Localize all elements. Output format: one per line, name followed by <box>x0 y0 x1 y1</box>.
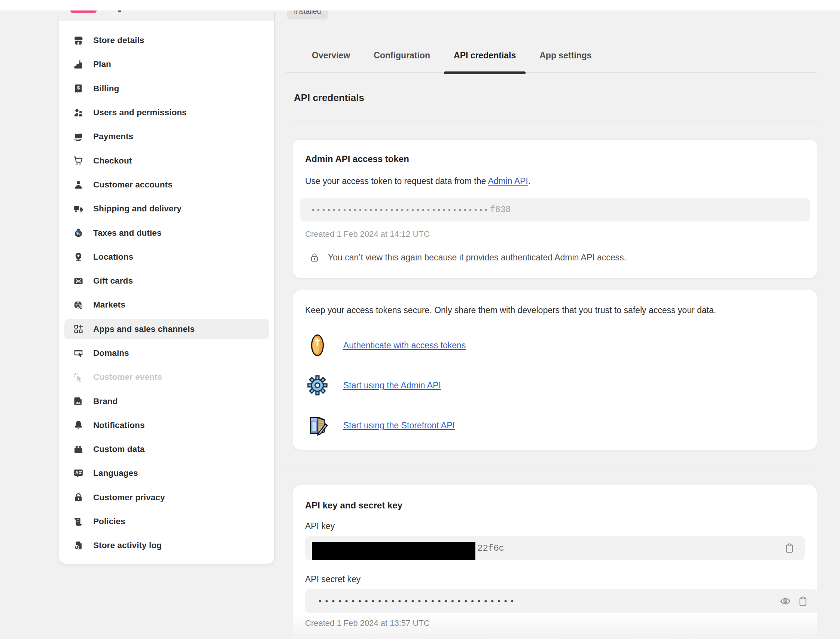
auth-tokens-row: Authenticate with access tokens <box>306 329 465 361</box>
api-key-field: 22f6c <box>305 536 805 560</box>
tab-divider <box>286 72 817 73</box>
admin-api-row: Start using the Admin API <box>306 369 441 401</box>
settings-nav: Store details Plan $ Billing Users and p… <box>59 21 274 558</box>
sidebar-item-customer-privacy[interactable]: Customer privacy <box>64 486 269 510</box>
sidebar-item-customer-accounts[interactable]: Customer accounts <box>64 173 269 197</box>
store-header[interactable] <box>59 11 274 21</box>
copy-api-key-button[interactable] <box>784 542 795 554</box>
pin-icon <box>73 252 83 262</box>
redaction-box <box>312 542 475 560</box>
sidebar-item-payments[interactable]: Payments <box>64 125 269 148</box>
sidebar-item-custom-data[interactable]: Custom data <box>64 437 269 461</box>
tab-overview[interactable]: Overview <box>302 48 360 63</box>
copy-secret-button[interactable] <box>797 596 808 607</box>
token-notice: You can’t view this again because it pro… <box>328 253 626 262</box>
sidebar-item-plan[interactable]: Plan <box>64 52 269 76</box>
admin-api-link[interactable]: Admin API <box>488 176 528 186</box>
sidebar-item-checkout[interactable]: Checkout <box>64 148 269 172</box>
sidebar-item-label: Customer privacy <box>93 493 165 502</box>
sidebar-item-brand[interactable]: Brand <box>64 389 269 413</box>
sidebar-item-label: Taxes and duties <box>93 228 162 238</box>
sidebar-item-label: Checkout <box>93 156 132 166</box>
sidebar-item-gift-cards[interactable]: Gift cards <box>64 269 269 293</box>
apps-grid-icon <box>73 324 83 334</box>
sidebar-item-label: Locations <box>93 252 133 262</box>
sidebar-item-label: Users and permissions <box>93 108 187 118</box>
tab-bar: Overview Configuration API credentials A… <box>302 48 602 63</box>
secure-tokens-card: Keep your access tokens secure. Only sha… <box>293 290 817 450</box>
gear-icon <box>307 375 328 396</box>
sidebar-item-label: Domains <box>93 348 129 358</box>
start-storefront-api-link[interactable]: Start using the Storefront API <box>343 421 455 431</box>
card-title: API key and secret key <box>305 500 402 511</box>
sidebar-item-label: Store activity log <box>93 540 162 550</box>
sidebar-item-label: Notifications <box>93 421 145 430</box>
cart-icon <box>73 156 83 166</box>
section-divider <box>293 121 817 122</box>
masked-secret: •••••••••••••••••••••••••••••• <box>319 596 517 606</box>
svg-text:$: $ <box>80 305 82 309</box>
brand-image-icon <box>73 396 83 406</box>
sidebar-item-users-permissions[interactable]: Users and permissions <box>64 101 269 125</box>
bottom-fade <box>0 613 840 639</box>
card-title: Admin API access token <box>305 154 409 164</box>
sidebar-item-label: Store details <box>93 35 144 45</box>
gift-card-icon <box>73 276 83 286</box>
sidebar-item-label: Custom data <box>93 445 145 454</box>
tab-app-settings[interactable]: App settings <box>530 48 601 63</box>
globe-dollar-icon: $ <box>73 300 83 310</box>
masked-token: •••••••••••••••••••••••••••••••••• <box>312 206 490 215</box>
top-crop-band <box>0 0 840 11</box>
token-suffix: f838 <box>490 205 511 215</box>
sidebar-item-shipping-delivery[interactable]: Shipping and delivery <box>64 197 269 221</box>
store-logo <box>70 11 97 13</box>
svg-text:%: % <box>77 231 80 236</box>
sidebar-item-apps-sales-channels[interactable]: Apps and sales channels <box>64 317 269 341</box>
payments-icon <box>73 132 83 142</box>
section-divider <box>286 468 817 468</box>
sidebar-item-languages[interactable]: A Languages <box>64 461 269 485</box>
sidebar-item-label: Plan <box>93 59 111 69</box>
domains-icon <box>73 348 83 358</box>
sidebar-item-billing[interactable]: $ Billing <box>64 77 269 101</box>
access-token-field: •••••••••••••••••••••••••••••••••• f838 <box>300 198 810 221</box>
tab-api-credentials[interactable]: API credentials <box>444 48 526 63</box>
person-icon <box>73 180 83 190</box>
bell-icon <box>73 420 83 430</box>
receipt-icon <box>73 517 83 527</box>
start-admin-api-link[interactable]: Start using the Admin API <box>343 380 441 391</box>
reveal-secret-button[interactable] <box>779 595 791 607</box>
brick-icon <box>73 445 83 455</box>
api-secret-label: API secret key <box>305 574 360 584</box>
clipboard-icon <box>797 596 808 607</box>
sidebar-item-label: Brand <box>93 397 118 406</box>
sidebar-item-notifications[interactable]: Notifications <box>64 413 269 437</box>
sidebar-item-store-details[interactable]: Store details <box>64 29 269 52</box>
sidebar-item-label: Customer events <box>93 372 162 382</box>
padlock-icon <box>309 252 320 262</box>
cursor-sparkle-icon <box>73 372 83 382</box>
sidebar-item-label: Gift cards <box>93 276 133 286</box>
sidebar-item-locations[interactable]: Locations <box>64 245 269 269</box>
tab-configuration[interactable]: Configuration <box>364 48 440 63</box>
clipboard-icon <box>784 542 795 554</box>
sidebar-item-domains[interactable]: Domains <box>64 341 269 365</box>
settings-sidebar: Store details Plan $ Billing Users and p… <box>59 11 274 564</box>
sidebar-item-label: Billing <box>93 84 119 94</box>
sidebar-item-label: Languages <box>93 468 138 478</box>
users-icon <box>73 108 83 118</box>
sidebar-item-markets[interactable]: $ Markets <box>64 293 269 317</box>
translate-icon: A <box>73 468 83 478</box>
storefront-api-row: Start using the Storefront API <box>306 409 455 442</box>
sidebar-item-taxes-duties[interactable]: % Taxes and duties <box>64 221 269 245</box>
sidebar-item-policies[interactable]: Policies <box>64 510 269 534</box>
truck-icon <box>73 204 83 214</box>
page-title: API credentials <box>294 92 364 103</box>
api-secret-field: •••••••••••••••••••••••••••••• <box>305 589 818 613</box>
admin-api-token-card: Admin API access token Use your access t… <box>293 140 817 278</box>
api-key-suffix: 22f6c <box>477 543 504 553</box>
authenticate-tokens-link[interactable]: Authenticate with access tokens <box>343 340 465 351</box>
sidebar-item-store-activity-log[interactable]: Store activity log <box>64 534 269 558</box>
sidebar-item-label: Customer accounts <box>93 180 172 190</box>
api-key-label: API key <box>305 521 335 531</box>
